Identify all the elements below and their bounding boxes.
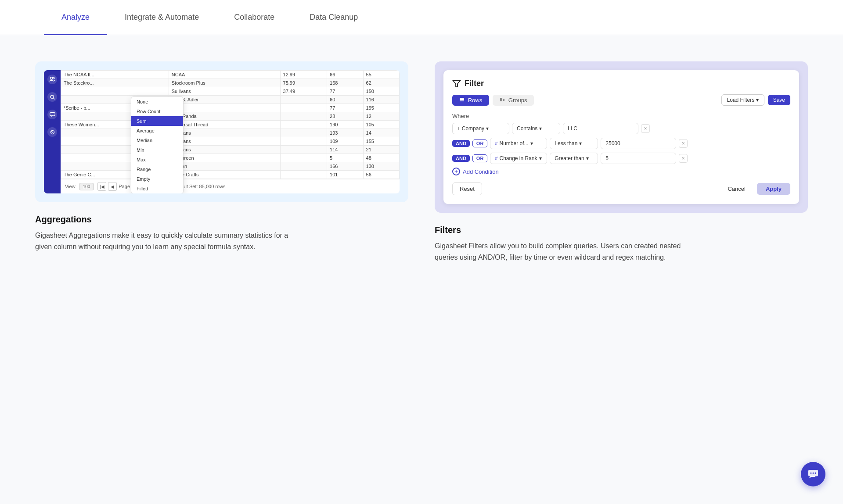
first-page-btn[interactable]: |◀ <box>97 182 106 191</box>
svg-line-6 <box>51 131 54 133</box>
dropdown-average[interactable]: Average <box>131 126 183 136</box>
svg-point-1 <box>53 78 55 79</box>
table-cell: Sullivans <box>169 146 280 154</box>
dropdown-max[interactable]: Max <box>131 155 183 164</box>
filter-tab-groups[interactable]: Groups <box>493 95 534 106</box>
condition3-or-badge[interactable]: OR <box>472 154 488 162</box>
save-btn[interactable]: Save <box>768 95 790 105</box>
filters-description: Filters Gigasheet Filters allow you to b… <box>435 225 808 263</box>
condition3-and-badge[interactable]: AND <box>452 155 470 162</box>
tab-integrate-label: Integrate & Automate <box>125 13 199 22</box>
chat-button[interactable] <box>801 462 825 486</box>
svg-point-16 <box>815 472 816 474</box>
load-filters-btn[interactable]: Load Filters ▾ <box>721 94 764 106</box>
table-cell: Evergreen <box>169 154 280 162</box>
dropdown-median[interactable]: Median <box>131 136 183 145</box>
table-cell: 77 <box>327 104 363 112</box>
dropdown-row-count[interactable]: Row Count <box>131 107 183 116</box>
table-cell: 66 <box>327 71 363 79</box>
table-cell: 193 <box>327 129 363 137</box>
sidebar-icon-filter[interactable] <box>47 127 57 137</box>
table-cell: 109 <box>327 137 363 146</box>
svg-rect-8 <box>460 98 464 99</box>
aggregation-dropdown[interactable]: None Row Count Sum Average Median Min Ma… <box>131 97 184 193</box>
table-row: Blue Panda2812 <box>61 112 400 121</box>
filter-title: Filter <box>452 79 790 88</box>
aggregations-description: Aggregations Gigasheet Aggregations make… <box>35 214 408 252</box>
table-row: Sullivans37.4977150 <box>61 87 400 96</box>
table-cell <box>280 137 327 146</box>
table-cell: Blue Panda <box>169 112 280 121</box>
add-condition-btn[interactable]: + Add Condition <box>452 168 790 175</box>
table-cell <box>280 146 327 154</box>
sidebar-icon-users[interactable] <box>47 75 57 84</box>
condition2-field-label: Number of... <box>499 140 528 147</box>
condition3-field-label: Change in Rank <box>499 155 537 161</box>
cancel-btn[interactable]: Cancel <box>721 183 752 195</box>
table-row: These Women...Universal Thread190105 <box>61 121 400 129</box>
condition3-field[interactable]: # Change in Rank ▾ <box>490 153 547 164</box>
prev-page-btn[interactable]: ◀ <box>108 182 117 191</box>
filters-title: Filters <box>435 225 808 235</box>
filter-icon <box>452 79 461 88</box>
table-cell: 28 <box>327 112 363 121</box>
sidebar-icon-search[interactable] <box>47 92 57 102</box>
spreadsheet-table: The NCAA Il...NCAA12.996655The Stockro..… <box>61 70 400 179</box>
reset-btn[interactable]: Reset <box>452 182 482 195</box>
dropdown-range[interactable]: Range <box>131 164 183 174</box>
apply-btn[interactable]: Apply <box>757 183 790 195</box>
table-cell: 166 <box>327 162 363 171</box>
condition3-delete[interactable]: × <box>679 154 688 163</box>
table-cell: Sullivans <box>169 137 280 146</box>
condition2-operator[interactable]: Less than ▾ <box>550 138 598 149</box>
table-cell <box>280 129 327 137</box>
condition1-operator[interactable]: Contains ▾ <box>512 123 560 134</box>
condition2-operator-label: Less than <box>555 140 577 147</box>
table-cell <box>61 87 169 96</box>
where-label: Where <box>452 113 790 119</box>
dropdown-filled[interactable]: Filled <box>131 184 183 193</box>
table-cell <box>280 171 327 179</box>
svg-rect-11 <box>500 98 502 101</box>
condition1-operator-label: Contains <box>517 125 537 132</box>
condition2-delete[interactable]: × <box>679 139 688 148</box>
dropdown-min[interactable]: Min <box>131 145 183 155</box>
condition3-operator-chevron: ▾ <box>586 155 589 161</box>
condition2-field[interactable]: # Number of... ▾ <box>490 138 547 149</box>
sidebar-icon-chat[interactable] <box>47 110 57 119</box>
tab-data-cleanup[interactable]: Data Cleanup <box>292 0 375 35</box>
condition2-and-badge[interactable]: AND <box>452 140 470 147</box>
filter-footer: Reset Cancel Apply <box>452 182 790 195</box>
condition1-field-icon: T <box>457 126 460 131</box>
cancel-label: Cancel <box>728 186 745 192</box>
table-cell: 75.99 <box>280 79 327 87</box>
two-col-layout: The NCAA Il...NCAA12.996655The Stockro..… <box>35 61 808 263</box>
dropdown-sum[interactable]: Sum <box>131 116 183 126</box>
aggregations-text: Gigasheet Aggregations make it easy to q… <box>35 230 290 252</box>
tab-collaborate[interactable]: Collaborate <box>216 0 292 35</box>
dropdown-none[interactable]: None <box>131 97 183 107</box>
table-cell: 168 <box>327 79 363 87</box>
table-cell: 56 <box>363 171 399 179</box>
condition3-value[interactable] <box>601 153 676 164</box>
table-cell <box>280 154 327 162</box>
svg-point-14 <box>811 472 812 474</box>
condition1-field[interactable]: T Company ▾ <box>452 123 509 134</box>
svg-line-3 <box>53 98 54 99</box>
table-cell: 101 <box>327 171 363 179</box>
filter-tab-rows[interactable]: Rows <box>452 95 489 106</box>
table-cell <box>280 96 327 104</box>
table-cell: Sullivans <box>169 87 280 96</box>
tab-integrate[interactable]: Integrate & Automate <box>107 0 216 35</box>
filter-groups-label: Groups <box>508 97 527 104</box>
condition1-value[interactable] <box>563 123 638 134</box>
view-count[interactable]: 100 <box>79 183 94 190</box>
condition2-or-badge[interactable]: OR <box>472 139 488 147</box>
tab-analyze[interactable]: Analyze <box>44 0 107 35</box>
condition3-operator-label: Greater than <box>555 155 584 161</box>
condition1-delete[interactable]: × <box>641 124 650 133</box>
condition2-value[interactable] <box>601 138 676 149</box>
condition3-operator[interactable]: Greater than ▾ <box>550 153 598 164</box>
table-cell: 150 <box>363 87 399 96</box>
dropdown-empty[interactable]: Empty <box>131 174 183 184</box>
